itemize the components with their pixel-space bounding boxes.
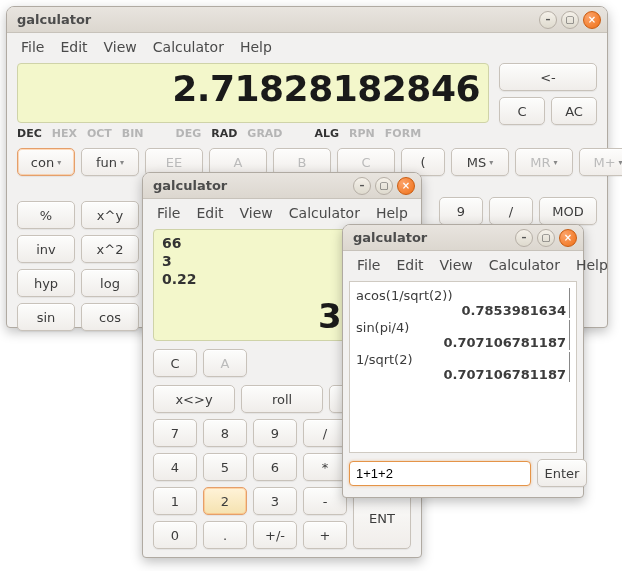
maximize-button[interactable]: ▢ xyxy=(375,177,393,195)
menu-calculator[interactable]: Calculator xyxy=(483,255,566,275)
all-clear-button[interactable]: A xyxy=(203,349,247,377)
maximize-button[interactable]: ▢ xyxy=(537,229,555,247)
decimal-button[interactable]: . xyxy=(203,521,247,549)
sin-button[interactable]: sin xyxy=(17,303,75,331)
menubar: File Edit View Calculator Help xyxy=(7,33,607,59)
constants-button[interactable]: con▾ xyxy=(17,148,75,176)
expression-input[interactable] xyxy=(349,461,531,486)
functions-button[interactable]: fun▾ xyxy=(81,148,139,176)
mode-alg[interactable]: ALG xyxy=(315,127,340,140)
menu-help[interactable]: Help xyxy=(234,37,278,57)
digit-0-button[interactable]: 0 xyxy=(153,521,197,549)
close-button[interactable]: × xyxy=(397,177,415,195)
multiply-button[interactable]: * xyxy=(303,453,347,481)
clear-button[interactable]: C xyxy=(153,349,197,377)
menu-edit[interactable]: Edit xyxy=(54,37,93,57)
history-expression: 1/sqrt(2) xyxy=(356,352,570,367)
titlebar: galculator – ▢ × xyxy=(143,173,421,199)
menu-file[interactable]: File xyxy=(15,37,50,57)
add-button[interactable]: + xyxy=(303,521,347,549)
minimize-button[interactable]: – xyxy=(539,11,557,29)
square-button[interactable]: x^2 xyxy=(81,235,139,263)
menu-file[interactable]: File xyxy=(151,203,186,223)
digit-6-button[interactable]: 6 xyxy=(253,453,297,481)
window-title: galculator xyxy=(153,178,349,193)
menu-help[interactable]: Help xyxy=(370,203,414,223)
minimize-button[interactable]: – xyxy=(515,229,533,247)
close-button[interactable]: × xyxy=(583,11,601,29)
menu-calculator[interactable]: Calculator xyxy=(147,37,230,57)
power-button[interactable]: x^y xyxy=(81,201,139,229)
memory-store-button[interactable]: MS▾ xyxy=(451,148,509,176)
mode-hex[interactable]: HEX xyxy=(52,127,77,140)
menu-edit[interactable]: Edit xyxy=(390,255,429,275)
mode-form[interactable]: FORM xyxy=(385,127,421,140)
mode-bin[interactable]: BIN xyxy=(122,127,144,140)
history-pane: acos(1/sqrt(2)) 0.7853981634 sin(pi/4) 0… xyxy=(349,281,577,453)
chevron-down-icon: ▾ xyxy=(489,158,493,167)
digit-3-button[interactable]: 3 xyxy=(253,487,297,515)
menubar: File Edit View Calculator Help xyxy=(343,251,583,277)
close-button[interactable]: × xyxy=(559,229,577,247)
history-result: 0.707106781187 xyxy=(356,335,570,350)
subtract-button[interactable]: - xyxy=(303,487,347,515)
mode-rad[interactable]: RAD xyxy=(211,127,237,140)
menu-view[interactable]: View xyxy=(234,203,279,223)
sign-button[interactable]: +/- xyxy=(253,521,297,549)
inverse-button[interactable]: inv xyxy=(17,235,75,263)
history-expression: sin(pi/4) xyxy=(356,320,570,335)
chevron-down-icon: ▾ xyxy=(554,158,558,167)
enter-button[interactable]: Enter xyxy=(537,459,587,487)
mode-dec[interactable]: DEC xyxy=(17,127,42,140)
window-title: galculator xyxy=(353,230,511,245)
history-result: 0.707106781187 xyxy=(356,367,570,382)
memory-plus-button[interactable]: M+▾ xyxy=(579,148,622,176)
menu-view[interactable]: View xyxy=(434,255,479,275)
mod-button[interactable]: MOD xyxy=(539,197,597,225)
menu-view[interactable]: View xyxy=(98,37,143,57)
digit-9-button[interactable]: 9 xyxy=(253,419,297,447)
display: 2.71828182846 xyxy=(17,63,489,123)
chevron-down-icon: ▾ xyxy=(619,158,622,167)
mode-grad[interactable]: GRAD xyxy=(247,127,282,140)
digit-7-button[interactable]: 7 xyxy=(153,419,197,447)
window-paper: galculator – ▢ × File Edit View Calculat… xyxy=(342,224,584,498)
memory-recall-button[interactable]: MR▾ xyxy=(515,148,573,176)
history-result: 0.7853981634 xyxy=(356,303,570,318)
digit-9-button[interactable]: 9 xyxy=(439,197,483,225)
digit-4-button[interactable]: 4 xyxy=(153,453,197,481)
all-clear-button[interactable]: AC xyxy=(551,97,597,125)
mode-deg[interactable]: DEG xyxy=(176,127,202,140)
clear-button[interactable]: C xyxy=(499,97,545,125)
mode-indicators: DEC HEX OCT BIN DEG RAD GRAD ALG RPN FOR… xyxy=(17,127,597,140)
chevron-down-icon: ▾ xyxy=(57,158,61,167)
titlebar: galculator – ▢ × xyxy=(7,7,607,33)
display-value: 2.71828182846 xyxy=(26,68,480,109)
swap-button[interactable]: x<>y xyxy=(153,385,235,413)
log-button[interactable]: log xyxy=(81,269,139,297)
digit-2-button[interactable]: 2 xyxy=(203,487,247,515)
menu-file[interactable]: File xyxy=(351,255,386,275)
divide-button[interactable]: / xyxy=(489,197,533,225)
menu-edit[interactable]: Edit xyxy=(190,203,229,223)
digit-1-button[interactable]: 1 xyxy=(153,487,197,515)
hyperbolic-button[interactable]: hyp xyxy=(17,269,75,297)
mode-oct[interactable]: OCT xyxy=(87,127,112,140)
cos-button[interactable]: cos xyxy=(81,303,139,331)
backspace-button[interactable]: <- xyxy=(499,63,597,91)
maximize-button[interactable]: ▢ xyxy=(561,11,579,29)
window-title: galculator xyxy=(17,12,535,27)
menu-calculator[interactable]: Calculator xyxy=(283,203,366,223)
divide-button[interactable]: / xyxy=(303,419,347,447)
titlebar: galculator – ▢ × xyxy=(343,225,583,251)
history-expression: acos(1/sqrt(2)) xyxy=(356,288,570,303)
percent-button[interactable]: % xyxy=(17,201,75,229)
mode-rpn[interactable]: RPN xyxy=(349,127,375,140)
minimize-button[interactable]: – xyxy=(353,177,371,195)
digit-5-button[interactable]: 5 xyxy=(203,453,247,481)
menu-help[interactable]: Help xyxy=(570,255,614,275)
chevron-down-icon: ▾ xyxy=(120,158,124,167)
roll-button[interactable]: roll xyxy=(241,385,323,413)
digit-8-button[interactable]: 8 xyxy=(203,419,247,447)
menubar: File Edit View Calculator Help xyxy=(143,199,421,225)
